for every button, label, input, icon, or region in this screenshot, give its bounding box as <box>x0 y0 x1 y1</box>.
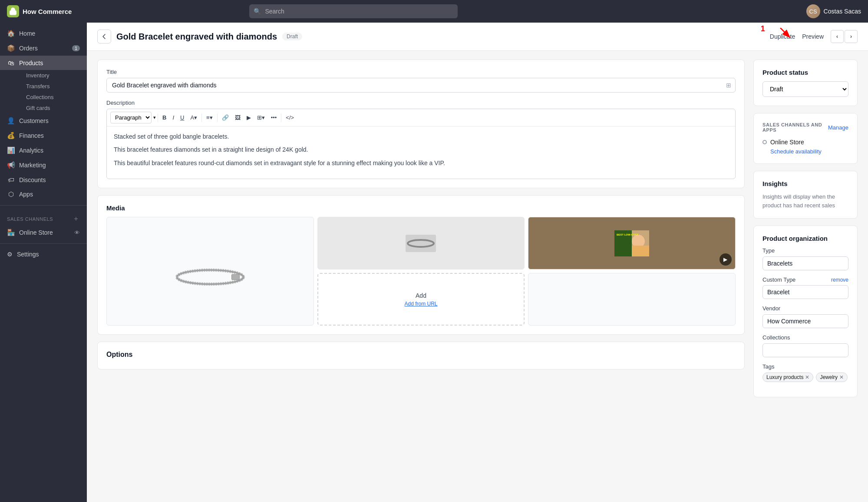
italic-button[interactable]: I <box>170 113 177 123</box>
play-icon[interactable]: ▶ <box>719 253 732 266</box>
product-status-card: Product status Draft Active <box>753 60 858 106</box>
sidebar: 🏠 Home 📦 Orders 1 🛍 Products Inventory T… <box>0 23 87 502</box>
tags-field: Tags Luxury products ✕ Jewelry ✕ <box>762 363 848 382</box>
schedule-availability-link[interactable]: Schedule availability <box>762 148 848 155</box>
description-editor: Paragraph ▾ B I U A▾ ≡▾ 🔗 � <box>106 109 736 179</box>
sidebar-item-transfers[interactable]: Transfers <box>19 81 87 92</box>
tag-jewelry: Jewelry ✕ <box>816 372 848 382</box>
tag-jewelry-remove[interactable]: ✕ <box>839 374 844 380</box>
table-button[interactable]: ⊞▾ <box>254 113 267 123</box>
title-card: Title ⊞ Description Paragraph ▾ <box>97 60 745 188</box>
paragraph-select[interactable]: Paragraph <box>110 112 152 123</box>
user-area: CS Costas Sacas <box>806 4 861 18</box>
media-item-2[interactable] <box>317 217 525 269</box>
svg-rect-9 <box>632 246 649 256</box>
custom-type-label: Custom Type <box>762 276 795 283</box>
dropdown-arrow-icon: ▾ <box>153 115 156 120</box>
manage-link[interactable]: Manage <box>828 124 848 131</box>
apps-icon: ⬡ <box>7 190 15 198</box>
insights-title: Insights <box>762 180 848 187</box>
media-item-empty <box>528 273 736 326</box>
finances-icon: 💰 <box>7 132 15 140</box>
video-thumbnail: BEST LOW-COST <box>614 230 649 256</box>
custom-type-field: Custom Type remove document.querySelecto… <box>762 276 848 299</box>
sidebar-item-collections[interactable]: Collections <box>19 92 87 103</box>
search-bar: 🔍 <box>249 4 458 18</box>
video-button[interactable]: ▶ <box>244 113 254 123</box>
insights-text: Insights will display when the product h… <box>762 193 848 209</box>
search-icon: 🔍 <box>254 8 261 15</box>
user-name: Costas Sacas <box>824 8 861 15</box>
sidebar-item-settings[interactable]: ⚙ Settings <box>0 247 87 261</box>
media-add-area[interactable]: Add Add from URL <box>317 273 525 326</box>
media-item-1[interactable] <box>106 217 314 326</box>
image-button[interactable]: 🖼 <box>232 113 243 123</box>
type-label: Type <box>762 247 848 254</box>
align-button[interactable]: ≡▾ <box>204 113 215 123</box>
sales-channels-title: SALES CHANNELS AND APPS <box>762 122 828 133</box>
description-para-1: Stacked set of three gold bangle bracele… <box>114 132 728 141</box>
toolbar-divider-1 <box>158 113 158 122</box>
header-actions: 1 Duplicate Preview ‹ › <box>763 30 858 43</box>
custom-type-input[interactable] <box>762 285 848 299</box>
content-main: Title ⊞ Description Paragraph ▾ <box>97 60 745 397</box>
collections-input[interactable] <box>762 343 848 357</box>
sidebar-products-submenu: Inventory Transfers Collections Gift car… <box>0 70 87 113</box>
description-para-2: This bracelet features diamonds set in a… <box>114 145 728 154</box>
link-button[interactable]: 🔗 <box>219 113 231 123</box>
collections-field: Collections <box>762 334 848 357</box>
sidebar-item-inventory[interactable]: Inventory <box>19 70 87 81</box>
sidebar-item-marketing[interactable]: 📢 Marketing <box>0 158 87 173</box>
type-input[interactable] <box>762 256 848 270</box>
media-title: Media <box>106 204 736 212</box>
vendor-input[interactable] <box>762 314 848 328</box>
description-para-3: This beautiful bracelet features round-c… <box>114 158 728 168</box>
sidebar-item-customers[interactable]: 👤 Customers <box>0 113 87 128</box>
editor-toolbar: Paragraph ▾ B I U A▾ ≡▾ 🔗 � <box>107 109 735 126</box>
underline-button[interactable]: U <box>178 113 187 123</box>
prev-product-button[interactable]: ‹ <box>831 30 844 43</box>
svg-text:BEST LOW-COST: BEST LOW-COST <box>617 233 639 236</box>
custom-type-header: Custom Type remove <box>762 276 848 283</box>
bracelet-image-2 <box>403 230 438 256</box>
tag-luxury-remove[interactable]: ✕ <box>805 374 809 380</box>
product-org-title: Product organization <box>762 235 848 242</box>
sidebar-item-products[interactable]: 🛍 Products <box>0 56 87 70</box>
sidebar-item-giftcards[interactable]: Gift cards <box>19 103 87 113</box>
editor-content[interactable]: Stacked set of three gold bangle bracele… <box>107 126 735 179</box>
more-button[interactable]: ••• <box>268 113 280 123</box>
product-org-card: Product organization Type document.query… <box>753 226 858 397</box>
sidebar-item-analytics[interactable]: 📊 Analytics <box>0 143 87 158</box>
sidebar-item-orders[interactable]: 📦 Orders 1 <box>0 41 87 56</box>
media-item-3[interactable]: BEST LOW-COST ▶ <box>528 217 736 269</box>
add-from-url-link[interactable]: Add from URL <box>404 301 437 307</box>
preview-button[interactable]: Preview <box>802 33 824 40</box>
next-product-button[interactable]: › <box>845 30 858 43</box>
sidebar-item-online-store[interactable]: 🏪 Online Store 👁 <box>0 225 87 240</box>
online-store-eye-icon[interactable]: 👁 <box>74 229 80 236</box>
sidebar-item-finances[interactable]: 💰 Finances <box>0 128 87 143</box>
sidebar-item-home[interactable]: 🏠 Home <box>0 26 87 41</box>
text-color-button[interactable]: A▾ <box>188 113 200 123</box>
sidebar-item-apps[interactable]: ⬡ Apps <box>0 187 87 202</box>
avatar[interactable]: CS <box>806 4 820 18</box>
add-sales-channel-icon[interactable]: ＋ <box>73 214 80 223</box>
back-button[interactable] <box>97 30 111 43</box>
title-input[interactable] <box>106 78 736 93</box>
bracelet-image <box>171 249 249 293</box>
sales-channels-card: SALES CHANNELS AND APPS Manage Online St… <box>753 113 858 164</box>
remove-custom-type-link[interactable]: remove <box>831 277 848 283</box>
sidebar-item-discounts[interactable]: 🏷 Discounts <box>0 173 87 187</box>
status-select[interactable]: Draft Active <box>762 81 848 97</box>
annotation-arrow-icon <box>767 28 793 41</box>
online-store-channel: Online Store <box>762 136 848 148</box>
collections-label: Collections <box>762 334 848 341</box>
bold-button[interactable]: B <box>160 113 169 123</box>
content-side: Product status Draft Active SALES CHANNE… <box>753 60 858 397</box>
source-button[interactable]: </> <box>283 113 297 123</box>
app-logo[interactable]: How Commerce <box>7 5 72 17</box>
settings-icon: ⚙ <box>7 251 13 258</box>
search-input[interactable] <box>249 4 458 18</box>
online-store-label: Online Store <box>770 139 804 146</box>
orders-icon: 📦 <box>7 44 15 52</box>
